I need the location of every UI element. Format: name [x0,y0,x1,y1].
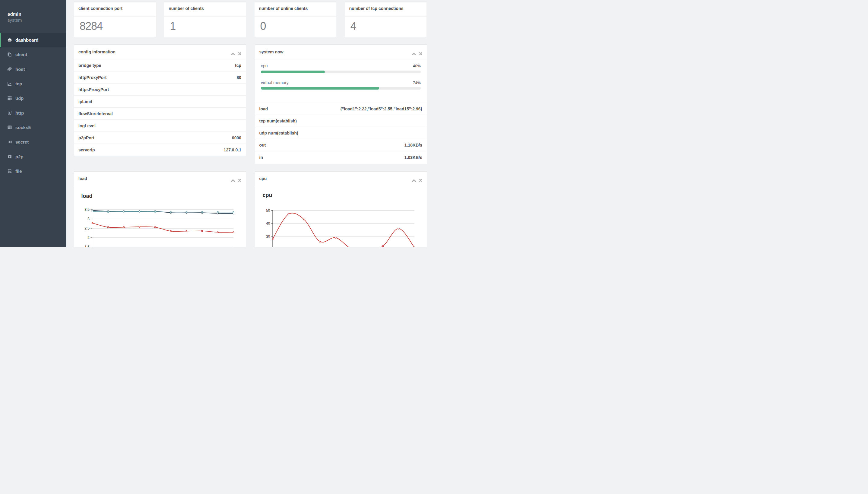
svg-text:3.5: 3.5 [84,208,90,212]
svg-text:40: 40 [266,221,270,226]
svg-text:2.5: 2.5 [84,226,90,230]
svg-text:3: 3 [88,217,90,221]
svg-text:30: 30 [266,234,270,239]
svg-text:cpu: cpu [263,192,272,198]
svg-text:load: load [81,193,93,199]
svg-text:2: 2 [88,235,90,240]
svg-text:50: 50 [266,208,270,213]
svg-text:1.5: 1.5 [84,245,90,247]
